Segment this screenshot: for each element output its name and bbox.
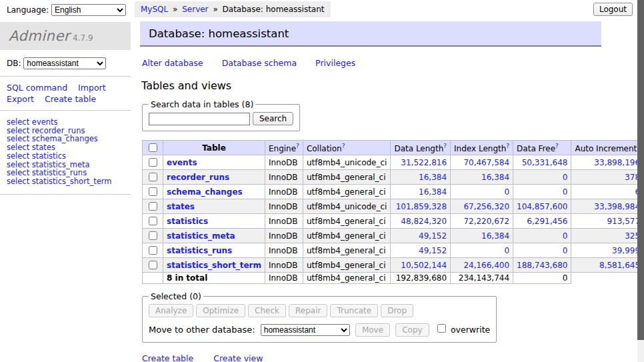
breadcrumb-mysql-link[interactable]: MySQL — [141, 5, 168, 14]
row-checkbox-cell — [143, 155, 163, 170]
optimize-button[interactable]: Optimize — [196, 304, 245, 317]
index-length-link[interactable]: 24,166,400 — [454, 261, 509, 270]
data-free-link[interactable]: 0 — [517, 173, 567, 182]
copy-button[interactable]: Copy — [395, 323, 429, 337]
data-length-link[interactable]: 49,152 — [394, 246, 447, 255]
table-name-link[interactable]: states — [167, 202, 195, 211]
table-name-link[interactable]: statistics_short_term — [167, 261, 261, 270]
repair-button[interactable]: Repair — [289, 304, 327, 317]
row-checkbox[interactable] — [149, 261, 157, 269]
data-length-link[interactable]: 31,522,816 — [394, 158, 447, 167]
index-length-link[interactable]: 67,256,320 — [454, 202, 509, 211]
overwrite-checkbox[interactable] — [437, 324, 446, 333]
data-free-cell: 6,291,456 — [513, 214, 571, 229]
auto-increment-cell: 8,581,645 — [571, 258, 644, 273]
auto-increment-link[interactable]: 8,581,645 — [575, 261, 640, 270]
check-button[interactable]: Check — [248, 304, 286, 317]
sidebar-select-link[interactable]: select states — [7, 143, 131, 152]
header-cell — [143, 141, 163, 155]
auto-increment-link[interactable]: 325 — [575, 231, 640, 241]
logout-button[interactable]: Logout — [593, 3, 633, 16]
breadcrumb-separator: » — [213, 5, 217, 14]
search-button[interactable]: Search — [253, 112, 293, 125]
table-name-link[interactable]: events — [167, 158, 197, 167]
table-name-link[interactable]: schema_changes — [167, 187, 243, 197]
header-cell-collation: Collation? — [303, 141, 391, 155]
select-all-checkbox[interactable] — [149, 143, 157, 152]
table-name-link[interactable]: statistics — [167, 217, 208, 226]
engine-cell: InnoDB — [265, 185, 303, 199]
move-button[interactable]: Move — [355, 323, 390, 337]
truncate-button[interactable]: Truncate — [330, 304, 378, 317]
data-free-cell: 50,331,648 — [513, 155, 571, 170]
table-name-cell: statistics_runs — [163, 243, 265, 258]
db-select[interactable]: homeassistant — [23, 57, 106, 69]
index-length-link[interactable]: 16,384 — [454, 173, 509, 182]
auto-increment-link[interactable]: 39,999 — [575, 246, 640, 255]
data-free-link[interactable]: 104,857,600 — [517, 202, 567, 211]
table-name-link[interactable]: statistics_runs — [167, 246, 232, 255]
scrollbar-track[interactable] — [637, 0, 644, 362]
auto-increment-link[interactable]: 33,398,984 — [575, 202, 640, 211]
sql-command-link[interactable]: SQL command — [7, 83, 67, 93]
engine-cell: InnoDB — [265, 258, 303, 273]
drop-button[interactable]: Drop — [381, 304, 413, 317]
table-name-link[interactable]: statistics_meta — [167, 231, 235, 241]
auto-increment-link[interactable]: 33,898,196 — [575, 158, 640, 167]
alter-database-link[interactable]: Alter database — [142, 58, 203, 68]
table-name-link[interactable]: recorder_runs — [167, 173, 229, 182]
data-length-link[interactable]: 10,502,144 — [394, 261, 447, 270]
data-length-link[interactable]: 49,152 — [394, 231, 447, 241]
index-length-link[interactable]: 72,220,672 — [454, 217, 509, 226]
column-help-link[interactable]: ? — [555, 143, 559, 149]
index-length-link[interactable]: 70,467,584 — [454, 158, 509, 167]
engine-cell: InnoDB — [265, 273, 303, 284]
column-help-link[interactable]: ? — [506, 143, 509, 149]
create-table-link-sidebar[interactable]: Create table — [45, 94, 96, 104]
auto-increment-link[interactable]: 6 — [575, 187, 640, 197]
adminer-version: 4.7.9 — [73, 33, 93, 43]
collation-cell: utf8mb4_general_ci — [303, 273, 391, 284]
column-help-link[interactable]: ? — [342, 143, 345, 149]
create-view-link[interactable]: Create view — [213, 353, 263, 362]
import-link[interactable]: Import — [78, 83, 106, 93]
data-length-link[interactable]: 48,824,320 — [394, 217, 447, 226]
data-free-link[interactable]: 0 — [517, 246, 567, 255]
database-schema-link[interactable]: Database schema — [222, 58, 297, 68]
row-checkbox[interactable] — [149, 158, 157, 167]
data-free-link[interactable]: 0 — [517, 231, 567, 241]
row-checkbox[interactable] — [149, 187, 157, 196]
data-length-link[interactable]: 16,384 — [394, 173, 447, 182]
sidebar-select-link[interactable]: select statistics_short_term — [7, 177, 131, 186]
search-input[interactable] — [149, 113, 250, 125]
row-checkbox[interactable] — [149, 202, 157, 211]
sidebar-select-link[interactable]: select statistics — [7, 152, 131, 161]
data-free-link[interactable]: 6,291,456 — [517, 217, 567, 226]
column-help-link[interactable]: ? — [443, 143, 447, 149]
data-length-link[interactable]: 16,384 — [394, 187, 447, 197]
analyze-button[interactable]: Analyze — [149, 304, 193, 317]
move-database-select[interactable]: homeassistant — [261, 324, 350, 336]
data-free-link[interactable]: 0 — [517, 187, 567, 197]
scrollbar-thumb[interactable] — [637, 0, 644, 340]
index-length-link[interactable]: 16,384 — [454, 231, 509, 241]
row-checkbox[interactable] — [149, 173, 157, 181]
index-length-link[interactable]: 0 — [454, 246, 509, 255]
data-free-link[interactable]: 50,331,648 — [517, 158, 567, 167]
create-table-link[interactable]: Create table — [142, 353, 193, 362]
auto-increment-link[interactable]: 913,577 — [575, 217, 640, 226]
row-checkbox[interactable] — [149, 231, 157, 240]
column-help-link[interactable]: ? — [296, 143, 299, 149]
breadcrumb-server-link[interactable]: Server — [182, 5, 208, 14]
auto-increment-link[interactable]: 378 — [575, 173, 640, 182]
privileges-link[interactable]: Privileges — [315, 58, 355, 68]
export-link[interactable]: Export — [7, 94, 34, 104]
data-free-link[interactable]: 188,743,680 — [517, 261, 567, 270]
data-length-link[interactable]: 101,859,328 — [394, 202, 447, 211]
sidebar-select-link[interactable]: select events — [7, 118, 131, 127]
language-select[interactable]: English — [51, 4, 126, 16]
row-checkbox[interactable] — [149, 246, 157, 255]
table-row: schema_changesInnoDButf8mb4_general_ci16… — [143, 185, 644, 199]
index-length-link[interactable]: 0 — [454, 187, 509, 197]
row-checkbox[interactable] — [149, 217, 157, 225]
